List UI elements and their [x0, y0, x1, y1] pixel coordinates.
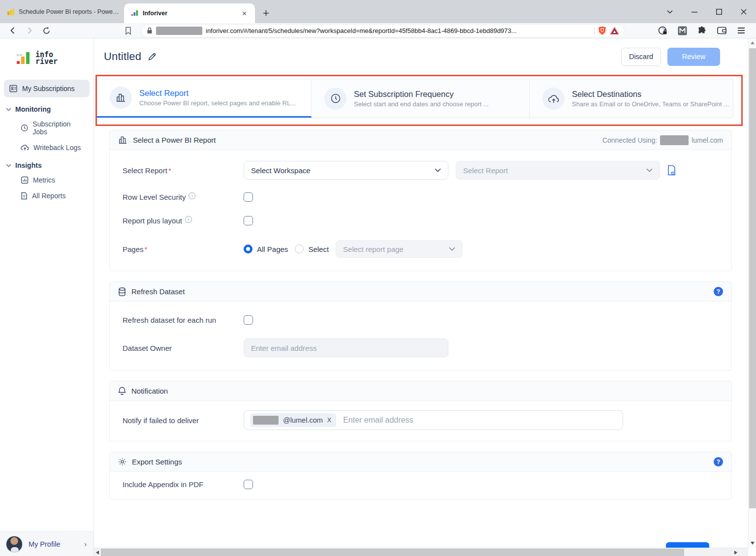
- url-divider: [594, 27, 595, 34]
- subscriptions-badge-icon: [9, 84, 18, 93]
- m-extension-icon[interactable]: [678, 26, 687, 35]
- sidebar-group-monitoring[interactable]: Monitoring: [4, 99, 90, 116]
- sidebar-item-all-reports[interactable]: All Reports: [4, 188, 90, 204]
- new-tab-button[interactable]: +: [263, 8, 269, 18]
- step-subscription-frequency[interactable]: Set Subscription Frequency Select start …: [312, 79, 530, 118]
- include-appendix-checkbox[interactable]: [244, 480, 253, 489]
- scroll-right-arrow-icon[interactable]: [734, 551, 737, 555]
- vertical-scrollbar[interactable]: [748, 38, 756, 548]
- workspace-dropdown[interactable]: Select Workspace: [244, 161, 448, 180]
- scroll-up-arrow-icon[interactable]: [751, 41, 755, 44]
- vertical-scrollbar-thumb[interactable]: [749, 48, 756, 508]
- url-text: inforiver.com/#/tenant/5/schedules/new?w…: [206, 27, 591, 34]
- tab-close-icon[interactable]: ✕: [240, 10, 249, 17]
- all-pages-radio[interactable]: [244, 245, 252, 253]
- clock-icon: [324, 88, 346, 110]
- password-manager-icon[interactable]: [658, 26, 667, 35]
- step-title: Select Destinations: [572, 90, 729, 99]
- url-redaction: [156, 27, 202, 35]
- horizontal-scrollbar-thumb[interactable]: [101, 549, 684, 556]
- window-menu-chevron-icon[interactable]: [658, 0, 682, 23]
- required-marker: *: [168, 166, 171, 175]
- notify-email-placeholder: Enter email address: [343, 416, 413, 425]
- section-select-report: Select a Power BI Report Connected Using…: [109, 130, 732, 271]
- inforiver-logo-icon: [17, 50, 32, 66]
- menu-hamburger-icon[interactable]: [737, 27, 745, 34]
- page-header: Untitled Discard Review: [94, 38, 748, 75]
- section-notification: Notification Notify if failed to deliver…: [109, 381, 732, 441]
- reload-icon[interactable]: [40, 25, 52, 36]
- cloud-upload-icon: [21, 144, 29, 151]
- window-minimize-icon[interactable]: [682, 0, 707, 23]
- scroll-left-arrow-icon[interactable]: [96, 551, 99, 555]
- email-chip-redaction: [253, 416, 279, 425]
- sidebar-item-label: All Reports: [32, 192, 65, 200]
- step-subtitle: Share as Email or to OneDrive, Teams or …: [572, 100, 729, 108]
- bar-chart-icon: [118, 135, 127, 145]
- browser-tab-powerbi[interactable]: Schedule Power BI reports - Power BI: [0, 3, 124, 20]
- dataset-owner-placeholder: Enter email address: [251, 344, 316, 352]
- sidebar-item-subscription-jobs[interactable]: Subscription Jobs: [4, 116, 90, 140]
- report-document-icon: [21, 192, 28, 200]
- pages-label: Pages: [123, 245, 144, 253]
- edit-title-pencil-icon[interactable]: [147, 52, 157, 62]
- chevron-down-icon: [435, 168, 441, 172]
- chevron-down-icon: [6, 108, 11, 111]
- wallet-icon[interactable]: [717, 27, 727, 35]
- sidebar-item-writeback-logs[interactable]: Writeback Logs: [4, 140, 90, 155]
- section-export-settings: Export Settings ? Include Appendix in PD…: [109, 452, 732, 499]
- step-select-destinations[interactable]: Select Destinations Share as Email or to…: [530, 79, 733, 118]
- rls-label: Row Level Security: [123, 193, 186, 201]
- chip-remove-icon[interactable]: X: [327, 417, 331, 424]
- rls-checkbox[interactable]: [244, 192, 253, 202]
- step-subtitle: Select start and end dates and choose re…: [354, 100, 489, 108]
- select-pages-radio[interactable]: [295, 245, 304, 253]
- tab-title: Inforiver: [143, 10, 236, 17]
- report-dropdown[interactable]: Select Report: [456, 161, 660, 180]
- back-icon[interactable]: [7, 25, 19, 36]
- avatar: [6, 536, 23, 553]
- sidebar-item-label: Subscription Jobs: [32, 120, 85, 136]
- report-page-dropdown[interactable]: Select report page: [336, 240, 463, 258]
- report-plus-layout-checkbox[interactable]: [244, 216, 253, 225]
- sidebar-item-my-subscriptions[interactable]: My Subscriptions: [4, 80, 90, 97]
- extensions-puzzle-icon[interactable]: [697, 26, 707, 35]
- tab-title: Schedule Power BI reports - Power BI: [19, 8, 119, 15]
- select-pages-label: Select: [308, 245, 329, 253]
- step-title: Select Report: [139, 89, 296, 98]
- refresh-each-run-checkbox[interactable]: [244, 315, 253, 325]
- forward-icon[interactable]: [24, 25, 35, 36]
- chevron-down-icon: [6, 164, 11, 167]
- browser-toolbar: inforiver.com/#/tenant/5/schedules/new?w…: [0, 23, 756, 38]
- sidebar-group-insights[interactable]: Insights: [4, 155, 90, 172]
- my-profile-bar[interactable]: My Profile ›: [0, 531, 94, 556]
- url-bar[interactable]: inforiver.com/#/tenant/5/schedules/new?w…: [142, 25, 624, 37]
- preview-report-icon[interactable]: [667, 165, 677, 176]
- section-title: Notification: [131, 387, 168, 395]
- window-close-icon[interactable]: [731, 0, 756, 23]
- info-icon[interactable]: i: [189, 192, 195, 199]
- brave-rewards-icon[interactable]: [610, 27, 619, 35]
- refresh-each-run-label: Refresh dataset for each run: [123, 316, 216, 324]
- discard-button[interactable]: Discard: [621, 48, 661, 66]
- step-select-report[interactable]: Select Report Choose Power BI report, se…: [97, 79, 312, 118]
- section-title: Select a Power BI Report: [133, 136, 216, 144]
- help-icon[interactable]: ?: [714, 457, 723, 466]
- scroll-down-arrow-icon[interactable]: [751, 542, 755, 545]
- browser-tab-inforiver[interactable]: Inforiver ✕: [124, 3, 255, 23]
- help-icon[interactable]: ?: [714, 287, 723, 296]
- review-button[interactable]: Review: [667, 48, 720, 66]
- window-maximize-icon[interactable]: [707, 0, 731, 23]
- connected-user-redaction: [660, 135, 689, 145]
- horizontal-scrollbar[interactable]: [94, 548, 748, 556]
- sidebar-item-metrics[interactable]: Metrics: [4, 172, 90, 188]
- info-icon[interactable]: i: [185, 216, 192, 223]
- database-icon: [118, 287, 126, 296]
- extension-tray: [658, 26, 749, 35]
- brave-shield-icon[interactable]: [598, 26, 606, 35]
- inforiver-logo: inforiver: [0, 38, 94, 66]
- bookmark-icon[interactable]: [122, 25, 134, 36]
- window-controls: [658, 0, 756, 23]
- dataset-owner-input[interactable]: Enter email address: [244, 339, 448, 357]
- notify-email-input[interactable]: @lumel.com X Enter email address: [244, 410, 623, 430]
